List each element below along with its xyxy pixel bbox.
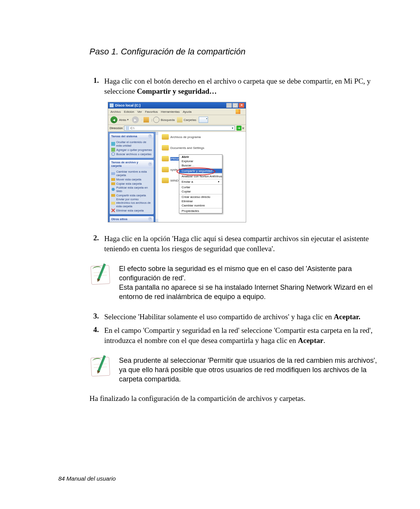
folder-item[interactable]: syste — [162, 167, 178, 172]
menu-edicion[interactable]: Edición — [124, 110, 134, 114]
back-dropdown[interactable]: ▾ — [127, 118, 129, 121]
section-heading: Paso 1. Configuración de la compartición — [89, 47, 377, 57]
menu-ver[interactable]: Ver — [137, 110, 142, 114]
folders-icon[interactable] — [177, 117, 182, 122]
search-label: Búsqueda — [161, 118, 175, 122]
note-icon — [89, 356, 111, 378]
red-highlight — [177, 168, 215, 175]
note-text: Sea prudente al seleccionar 'Permitir qu… — [119, 356, 377, 384]
note-icon — [89, 264, 111, 286]
go-label: Ir — [242, 126, 244, 130]
back-label: Atrás — [119, 118, 126, 122]
page-footer: 84 Manual del usuario — [58, 475, 116, 482]
menu-ayuda[interactable]: Ayuda — [183, 110, 192, 114]
step-2: 2. Haga clic en la opción 'Haga clic aqu… — [93, 234, 377, 254]
window-title: Disco local (C:) — [115, 103, 141, 107]
task-move[interactable]: Mover esta carpeta — [111, 177, 152, 181]
note-paragraph: El efecto sobre la seguridad es el mismo… — [119, 264, 377, 283]
svg-rect-8 — [111, 202, 115, 205]
context-menu: Abrir Explorar Buscar… Compartir y segur… — [179, 154, 222, 213]
collapse-icon[interactable]: ˄ — [148, 162, 152, 166]
folder-item-selected[interactable]: PRIVA — [162, 156, 180, 161]
task-add-remove[interactable]: Agregar o quitar programas — [111, 148, 152, 152]
file-list-area: Archivos de programa Documents and Setti… — [156, 132, 246, 222]
svg-rect-1 — [111, 148, 115, 152]
svg-rect-7 — [111, 194, 115, 197]
step-text: Haga clic con el botón derecho en el arc… — [104, 76, 377, 96]
task-email[interactable]: Enviar por correo electrónico los archiv… — [111, 198, 152, 208]
folder-icon — [162, 178, 169, 183]
folder-icon — [162, 134, 169, 140]
folders-label: Carpetas — [184, 118, 196, 122]
step-3: 3. Seleccione 'Habilitar solamente el us… — [93, 312, 377, 322]
folder-item[interactable]: WIND — [162, 178, 178, 183]
folder-icon — [162, 145, 169, 150]
menu-archivo[interactable]: Archivo — [110, 110, 121, 114]
ctx-buscar[interactable]: Buscar… — [179, 163, 222, 168]
task-copy[interactable]: Copiar esta carpeta — [111, 182, 152, 185]
ctx-cambiar-nombre[interactable]: Cambiar nombre — [179, 203, 222, 208]
views-button[interactable] — [199, 117, 208, 123]
ctx-copiar[interactable]: Copiar — [179, 189, 222, 194]
ctx-eliminar[interactable]: Eliminar — [179, 199, 222, 203]
task-publish[interactable]: Publicar esta carpeta en Web — [111, 186, 152, 193]
screenshot-explorer: Disco local (C:) _ ▢ ✕ Archivo Edición V… — [108, 102, 246, 222]
step-text: Haga clic en la opción 'Haga clic aquí s… — [104, 234, 377, 254]
menubar: Archivo Edición Ver Favoritos Herramient… — [108, 108, 246, 115]
note-text: El efecto sobre la seguridad es el mismo… — [119, 264, 377, 302]
maximize-button[interactable]: ▢ — [233, 103, 238, 108]
task-delete[interactable]: Eliminar esta carpeta — [111, 208, 152, 212]
note-paragraph: Esta pantalla no aparece si se ha instal… — [119, 283, 377, 302]
folder-item[interactable]: Documents and Settings — [162, 145, 204, 150]
address-label: Dirección — [110, 126, 122, 130]
minimize-button[interactable]: _ — [226, 103, 232, 108]
go-button[interactable]: ➔ — [236, 126, 242, 131]
collapse-icon[interactable]: ˄ — [148, 134, 152, 138]
svg-rect-3 — [111, 172, 115, 175]
step-number: 1. — [93, 76, 104, 96]
forward-button[interactable]: ► — [132, 116, 139, 123]
step-number: 4. — [93, 325, 104, 345]
step-text: En el campo 'Compartir y seguridad en la… — [104, 325, 377, 345]
titlebar: Disco local (C:) _ ▢ ✕ — [108, 102, 246, 108]
collapse-icon[interactable]: ˄ — [148, 217, 152, 221]
svg-point-2 — [112, 152, 115, 156]
note-block-1: El efecto sobre la seguridad es el mismo… — [89, 264, 377, 302]
search-icon[interactable] — [153, 117, 159, 123]
address-input[interactable]: C:\ ▾ — [124, 126, 235, 131]
step-number: 3. — [93, 312, 104, 322]
ctx-crear-acceso[interactable]: Crear acceso directo — [179, 195, 222, 199]
folder-icon — [162, 167, 169, 172]
step-4: 4. En el campo 'Compartir y seguridad en… — [93, 325, 377, 345]
task-hide-contents[interactable]: Ocultar el contenido de esta unidad — [111, 140, 152, 147]
ctx-abrir[interactable]: Abrir — [179, 155, 222, 159]
address-bar: Dirección C:\ ▾ ➔ Ir — [108, 125, 246, 132]
back-button[interactable]: ◄ — [110, 116, 117, 123]
drive-icon — [126, 126, 129, 130]
up-button[interactable] — [144, 117, 149, 122]
ctx-cortar[interactable]: Cortar — [179, 185, 222, 189]
task-search-files[interactable]: Buscar archivos o carpetas — [111, 152, 152, 156]
svg-rect-0 — [111, 142, 115, 146]
svg-rect-5 — [111, 182, 115, 185]
task-rename[interactable]: Cambiar nombre a esta carpeta — [111, 170, 152, 177]
svg-point-6 — [112, 188, 115, 191]
panel-system-tasks[interactable]: Tareas del sistema˄ — [110, 133, 154, 139]
tasks-sidebar: Tareas del sistema˄ Ocultar el contenido… — [108, 132, 156, 222]
ctx-enviar-a[interactable]: Enviar a — [179, 180, 222, 184]
close-button[interactable]: ✕ — [239, 103, 244, 108]
toolbar: ◄ Atrás ▾ · ► · | Búsqueda Carpetas — [108, 115, 246, 125]
step-number: 2. — [93, 234, 104, 254]
folder-item[interactable]: Archivos de programa — [162, 134, 201, 140]
scrollbar[interactable] — [156, 132, 158, 222]
menu-herramientas[interactable]: Herramientas — [161, 110, 180, 114]
panel-other-places[interactable]: Otros sitios˄ — [110, 216, 154, 222]
task-share[interactable]: Compartir esta carpeta — [111, 193, 152, 197]
ctx-explorar[interactable]: Explorar — [179, 159, 222, 163]
ctx-propiedades[interactable]: Propiedades — [179, 209, 222, 213]
menu-favoritos[interactable]: Favoritos — [145, 110, 158, 114]
note-block-2: Sea prudente al seleccionar 'Permitir qu… — [89, 356, 377, 384]
panel-file-tasks[interactable]: Tareas de archivo y carpeta˄ — [110, 160, 154, 168]
note-paragraph: Sea prudente al seleccionar 'Permitir qu… — [119, 356, 377, 384]
xp-logo-icon — [236, 109, 240, 114]
